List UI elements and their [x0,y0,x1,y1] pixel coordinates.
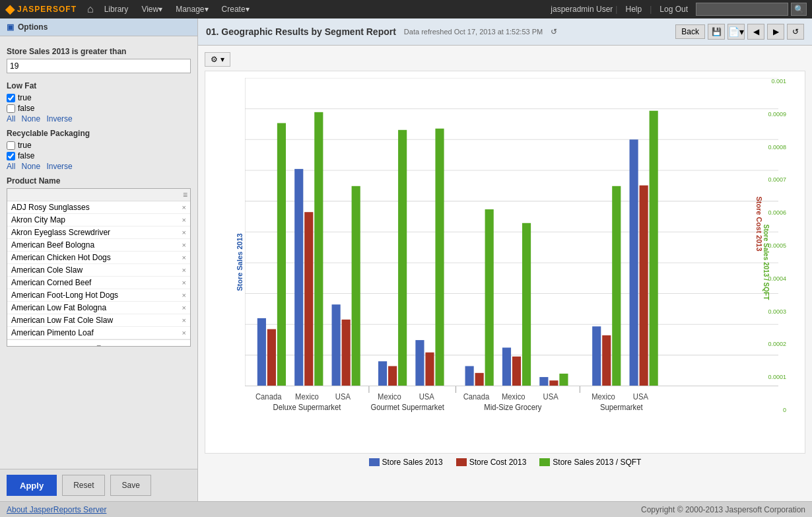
low-fat-true-row: true [7,93,191,102]
legend-color-sales [369,458,380,466]
chart-settings-button[interactable]: ⚙ ▾ [205,52,230,67]
remove-product-icon[interactable]: × [182,203,186,211]
remove-product-icon[interactable]: × [182,266,186,274]
bar-blue [378,361,387,386]
bar-green [485,209,494,386]
back-button[interactable]: Back [675,24,705,39]
bar-blue [332,304,341,386]
low-fat-false-checkbox[interactable] [7,104,15,113]
svg-text:Gourmet Supermarket: Gourmet Supermarket [370,402,444,412]
next-button[interactable]: ▶ [767,24,784,40]
nav-separator-1: | [615,5,617,14]
list-item[interactable]: Akron City Map× [7,214,190,226]
legend-item-sales: Store Sales 2013 [369,458,443,467]
svg-text:Canada: Canada [463,392,490,402]
low-fat-all-none-inverse[interactable]: All None Inverse [7,114,191,123]
report-header: 01. Geographic Results by Segment Report… [198,18,812,46]
recyclable-true-checkbox[interactable] [7,141,15,150]
bar-green [559,374,568,386]
bar-blue [502,347,511,386]
product-list-header: ≡ [7,189,190,201]
list-item[interactable]: American Low Fat Cole Slaw× [7,314,190,327]
list-item[interactable]: ADJ Rosy Sunglasses× [7,201,190,214]
save-report-button[interactable]: 💾 [708,24,725,40]
product-search-input[interactable] [10,190,183,199]
create-link[interactable]: Create▾ [217,5,255,14]
list-item[interactable]: American Pimento Loaf× [7,327,190,339]
undo-button[interactable]: ↺ [787,24,804,40]
logo-text: JASPERSOFT [17,5,77,14]
bar-red [388,366,397,386]
product-name: Akron City Map [11,215,65,224]
remove-product-icon[interactable]: × [182,254,186,261]
recyclable-false-checkbox[interactable] [7,152,15,160]
right-nav: jasperadmin User | Help | Log Out 🔍 [551,3,807,16]
save-button[interactable]: Save [110,475,151,496]
remove-product-icon[interactable]: × [182,316,186,324]
product-list-icon: ≡ [183,190,187,199]
search-button[interactable]: 🔍 [791,3,807,16]
remove-product-icon[interactable]: × [182,291,186,299]
logout-link[interactable]: Log Out [654,5,693,14]
refresh-icon[interactable]: ↺ [551,27,557,36]
options-title: Options [18,22,48,32]
help-link[interactable]: Help [620,5,647,14]
bar-green [650,111,658,386]
list-item[interactable]: American Corned Beef× [7,277,190,289]
legend-label-cost: Store Cost 2013 [469,458,527,467]
report-toolbar: Back 💾 📄▾ ◀ ▶ ↺ [675,24,804,40]
bar-red [512,357,521,386]
list-item[interactable]: American Beef Bologna× [7,239,190,252]
store-sales-label: Store Sales 2013 is greater than [7,47,191,56]
list-item[interactable]: American Foot-Long Hot Dogs× [7,289,190,302]
remove-product-icon[interactable]: × [182,216,186,224]
list-item[interactable]: American Low Fat Bologna× [7,302,190,314]
library-link[interactable]: Library [99,5,134,14]
remove-product-icon[interactable]: × [182,228,186,236]
product-list-footer: ≡ [7,339,190,347]
bar-blue [539,377,548,386]
recyclable-false-row: false [7,151,191,160]
bar-red [304,212,313,386]
main-layout: ▣ Options Store Sales 2013 is greater th… [0,18,812,501]
list-item[interactable]: American Chicken Hot Dogs× [7,252,190,264]
svg-text:Mid-Size Grocery: Mid-Size Grocery [484,402,541,412]
manage-link[interactable]: Manage▾ [170,5,213,14]
bottom-left-text[interactable]: About JasperReports Server [7,505,106,514]
gear-icon: ⚙ [211,55,218,64]
remove-product-icon[interactable]: × [182,304,186,312]
remove-product-icon[interactable]: × [182,279,186,287]
legend-label-sqft: Store Sales 2013 / SQFT [553,458,641,467]
list-item[interactable]: Akron Eyeglass Screwdriver× [7,226,190,239]
product-name: Akron Eyeglass Screwdriver [11,228,110,237]
store-sales-input[interactable]: 19 [7,59,191,73]
home-icon[interactable]: ⌂ [87,3,94,15]
chevron-down-icon: ▾ [220,55,224,64]
options-toggle-icon[interactable]: ▣ [7,22,14,32]
bar-green [435,129,444,386]
svg-text:Mexico: Mexico [295,392,319,402]
view-link[interactable]: View▾ [136,5,168,14]
low-fat-label: Low Fat [7,81,191,90]
apply-button[interactable]: Apply [7,475,57,496]
list-item[interactable]: American Cole Slaw× [7,264,190,277]
remove-product-icon[interactable]: × [182,329,186,337]
product-name: American Low Fat Cole Slaw [11,316,113,325]
product-name: ADJ Rosy Sunglasses [11,203,90,212]
search-input[interactable] [696,3,788,16]
prev-button[interactable]: ◀ [747,24,764,40]
chart-area: 0 100 200 300 400 500 600 700 800 900 1,… [205,71,805,454]
remove-product-icon[interactable]: × [182,241,186,249]
product-name: American Cole Slaw [11,265,83,275]
low-fat-true-checkbox[interactable] [7,94,15,102]
low-fat-true-label: true [18,93,32,102]
recyclable-all-none-inverse[interactable]: All None Inverse [7,162,191,171]
legend-color-cost [456,458,467,466]
reset-button[interactable]: Reset [62,475,105,496]
export-button[interactable]: 📄▾ [727,24,745,40]
recyclable-false-label: false [18,151,34,160]
svg-text:USA: USA [633,392,648,402]
y-axis-right1-label: Store Cost 2013 [755,197,762,252]
product-name: American Low Fat Bologna [11,303,106,312]
top-navigation: ◆ JASPERSOFT ⌂ Library View▾ Manage▾ Cre… [0,0,812,18]
